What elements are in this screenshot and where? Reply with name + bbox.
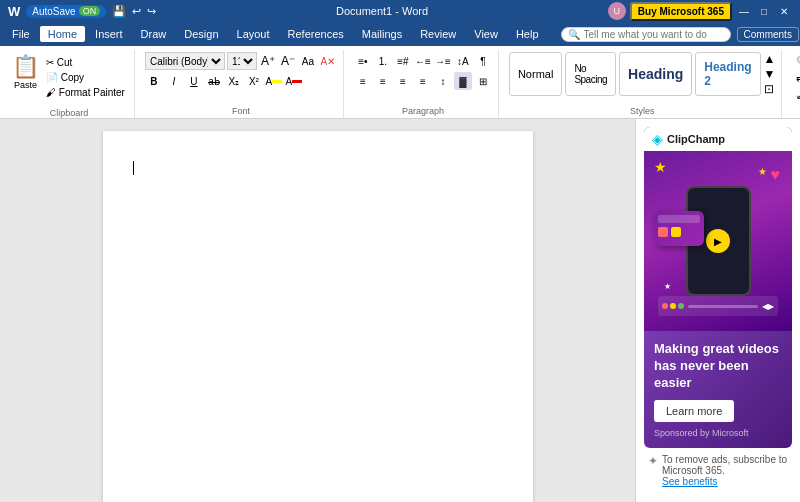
title-bar: W AutoSave ON 💾 ↩ ↪ Document1 - Word U B… — [0, 0, 800, 22]
editing-group: 🔍 Find ⇄ Replace ↙ Select Editing — [786, 50, 800, 118]
undo-icon[interactable]: ↩ — [132, 5, 141, 18]
styles-scroll[interactable]: ▲ ▼ ⊡ — [764, 52, 776, 96]
numbering-button[interactable]: 1. — [374, 52, 392, 70]
style-heading2-label: Heading 2 — [704, 60, 751, 88]
document-area — [0, 119, 635, 502]
timeline-bar: ◀▶ — [658, 296, 778, 316]
multilevel-button[interactable]: ≡# — [394, 52, 412, 70]
menu-review[interactable]: Review — [412, 26, 464, 42]
paste-icon[interactable]: 📋 — [12, 54, 39, 80]
maximize-button[interactable]: □ — [756, 3, 772, 19]
close-button[interactable]: ✕ — [776, 3, 792, 19]
document-page[interactable] — [103, 131, 533, 502]
justify-button[interactable]: ≡ — [414, 72, 432, 90]
styles-group: Normal No Spacing Heading Heading 2 ▲ ▼ … — [503, 50, 783, 118]
find-button[interactable]: 🔍 Find — [792, 54, 800, 69]
sparkle-icon: ✦ — [648, 454, 658, 468]
menu-mailings[interactable]: Mailings — [354, 26, 410, 42]
decrease-indent-button[interactable]: ←≡ — [414, 52, 432, 70]
shrink-font-button[interactable]: A⁻ — [279, 52, 297, 70]
font-size-select[interactable]: 11 — [227, 52, 257, 70]
search-icon: 🔍 — [568, 29, 580, 40]
underline-button[interactable]: U — [185, 72, 203, 90]
styles-label: Styles — [630, 106, 655, 116]
menu-bar: File Home Insert Draw Design Layout Refe… — [0, 22, 800, 46]
minimize-button[interactable]: — — [736, 3, 752, 19]
style-heading2-button[interactable]: Heading 2 — [695, 52, 760, 96]
play-button-icon: ▶ — [706, 229, 730, 253]
font-family-select[interactable]: Calibri (Body) — [145, 52, 225, 70]
menu-insert[interactable]: Insert — [87, 26, 131, 42]
style-no-spacing-button[interactable]: No Spacing — [565, 52, 616, 96]
align-center-button[interactable]: ≡ — [374, 72, 392, 90]
superscript-button[interactable]: X² — [245, 72, 263, 90]
menu-help[interactable]: Help — [508, 26, 547, 42]
styles-area: Normal No Spacing Heading Heading 2 ▲ ▼ … — [509, 52, 776, 96]
clipboard-label: Clipboard — [50, 108, 89, 118]
ad-visual: ★ ★ ★ ▶ ♥ — [644, 151, 792, 331]
ad-card: ◈ ClipChamp ★ ★ ★ ▶ ♥ — [644, 127, 792, 448]
menu-home[interactable]: Home — [40, 26, 85, 42]
cut-button[interactable]: ✂ Cut — [43, 56, 128, 69]
line-spacing-button[interactable]: ↕ — [434, 72, 452, 90]
ad-logo: ClipChamp — [667, 133, 725, 145]
redo-icon[interactable]: ↪ — [147, 5, 156, 18]
select-button[interactable]: ↙ Select — [792, 88, 800, 103]
grow-font-button[interactable]: A⁺ — [259, 52, 277, 70]
align-left-button[interactable]: ≡ — [354, 72, 372, 90]
tell-me-area[interactable]: 🔍 — [561, 27, 731, 42]
format-painter-button[interactable]: 🖌 Format Painter — [43, 86, 128, 99]
select-icon: ↙ — [796, 90, 800, 101]
user-avatar[interactable]: U — [608, 2, 626, 20]
star-icon-3: ★ — [664, 282, 671, 291]
style-normal-button[interactable]: Normal — [509, 52, 562, 96]
paste-label[interactable]: Paste — [14, 80, 37, 90]
titlebar-left: W AutoSave ON 💾 ↩ ↪ — [8, 4, 156, 19]
menu-layout[interactable]: Layout — [229, 26, 278, 42]
menu-references[interactable]: References — [280, 26, 352, 42]
tell-me-input[interactable] — [584, 29, 724, 40]
paragraph-group: ≡• 1. ≡# ←≡ →≡ ↕A ¶ ≡ ≡ ≡ ≡ ↕ ▓ ⊞ Paragr… — [348, 50, 499, 118]
menu-draw[interactable]: Draw — [133, 26, 175, 42]
style-normal-label: Normal — [518, 68, 553, 80]
clear-format-button[interactable]: A✕ — [319, 52, 337, 70]
save-icon[interactable]: 💾 — [112, 5, 126, 18]
ribbon: 📋 Paste ✂ Cut 📄 Copy 🖌 Format Painter Cl… — [0, 46, 800, 119]
buy-button[interactable]: Buy Microsoft 365 — [630, 2, 732, 21]
subscript-button[interactable]: X₂ — [225, 72, 243, 90]
italic-button[interactable]: I — [165, 72, 183, 90]
strikethrough-button[interactable]: ab̶ — [205, 72, 223, 90]
borders-button[interactable]: ⊞ — [474, 72, 492, 90]
ad-header: ◈ ClipChamp — [644, 127, 792, 151]
heart-icon: ♥ — [771, 166, 781, 184]
replace-button[interactable]: ⇄ Replace — [792, 71, 800, 86]
highlight-button[interactable]: A — [265, 72, 283, 90]
bold-button[interactable]: B — [145, 72, 163, 90]
sort-button[interactable]: ↕A — [454, 52, 472, 70]
autosave-label: AutoSave — [32, 6, 75, 17]
autosave-toggle[interactable]: AutoSave ON — [26, 5, 106, 18]
comments-button[interactable]: Comments — [737, 27, 799, 42]
increase-indent-button[interactable]: →≡ — [434, 52, 452, 70]
menu-design[interactable]: Design — [176, 26, 226, 42]
clipchamp-logo-icon: ◈ — [652, 131, 663, 147]
menu-file[interactable]: File — [4, 26, 38, 42]
align-right-button[interactable]: ≡ — [394, 72, 412, 90]
style-no-spacing-label: No Spacing — [574, 63, 607, 85]
style-heading1-label: Heading — [628, 66, 683, 82]
learn-more-button[interactable]: Learn more — [654, 400, 734, 422]
ad-sponsor: Sponsored by Microsoft — [654, 428, 782, 438]
para-row2: ≡ ≡ ≡ ≡ ↕ ▓ ⊞ — [354, 72, 492, 90]
font-color-button[interactable]: A — [285, 72, 303, 90]
star-icon-1: ★ — [654, 159, 667, 175]
copy-button[interactable]: 📄 Copy — [43, 71, 128, 84]
bullets-button[interactable]: ≡• — [354, 52, 372, 70]
show-formatting-button[interactable]: ¶ — [474, 52, 492, 70]
remove-ads-text: To remove ads, subscribe to Microsoft 36… — [662, 454, 787, 476]
style-heading1-button[interactable]: Heading — [619, 52, 692, 96]
font-row2: B I U ab̶ X₂ X² A A — [145, 72, 337, 90]
menu-view[interactable]: View — [466, 26, 506, 42]
see-benefits-link[interactable]: See benefits — [662, 476, 788, 487]
shading-button[interactable]: ▓ — [454, 72, 472, 90]
change-case-button[interactable]: Aa — [299, 52, 317, 70]
